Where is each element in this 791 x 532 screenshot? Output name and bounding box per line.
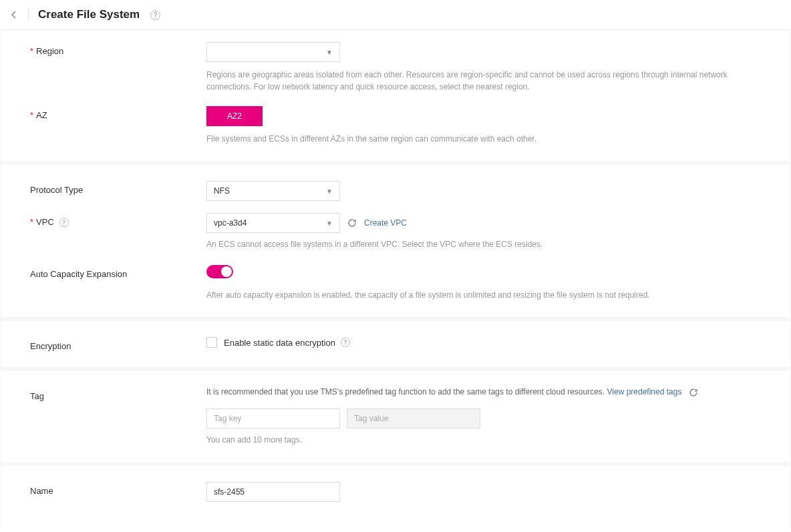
protocol-select[interactable]: NFS ▼: [206, 181, 340, 201]
region-select[interactable]: ▼: [206, 42, 340, 62]
auto-capacity-toggle[interactable]: [206, 265, 233, 278]
help-icon[interactable]: ?: [341, 338, 350, 347]
help-icon[interactable]: ?: [150, 10, 160, 20]
name-label: Name: [30, 482, 206, 496]
tag-key-input[interactable]: [206, 409, 340, 429]
refresh-icon[interactable]: [688, 387, 699, 398]
encryption-label: Encryption: [30, 337, 206, 351]
caret-down-icon: ▼: [326, 188, 333, 195]
vpc-help-text: An ECS cannot access file systems in a d…: [206, 238, 761, 250]
create-vpc-link[interactable]: Create VPC: [364, 218, 407, 228]
caret-down-icon: ▼: [326, 49, 333, 56]
az-help-text: File systems and ECSs in different AZs i…: [206, 133, 761, 145]
toggle-knob: [221, 266, 232, 277]
vpc-select[interactable]: vpc-a3d4 ▼: [206, 213, 340, 233]
caret-down-icon: ▼: [326, 220, 333, 227]
tag-remaining-text: You can add 10 more tags.: [206, 434, 761, 446]
region-label: *Region: [30, 42, 206, 56]
tag-help-text: It is recommended that you use TMS's pre…: [206, 387, 607, 396]
region-help-text: Regions are geographic areas isolated fr…: [206, 69, 761, 93]
vpc-label: *VPC ?: [30, 213, 206, 227]
view-predefined-tags-link[interactable]: View predefined tags: [607, 387, 682, 396]
page-title: Create File System: [38, 8, 140, 21]
help-icon[interactable]: ?: [59, 218, 69, 227]
auto-capacity-help-text: After auto capacity expansion is enabled…: [206, 289, 761, 301]
encryption-checkbox[interactable]: [206, 337, 217, 348]
az-option-az2[interactable]: AZ2: [206, 106, 263, 126]
tag-value-input: [347, 409, 480, 429]
encryption-checkbox-label: Enable static data encryption: [224, 338, 335, 348]
az-label: *AZ: [30, 106, 206, 120]
divider: [28, 9, 29, 21]
refresh-icon[interactable]: [347, 218, 357, 228]
auto-capacity-label: Auto Capacity Expansion: [30, 265, 206, 279]
tag-label: Tag: [30, 387, 206, 401]
back-button[interactable]: [9, 10, 19, 19]
protocol-label: Protocol Type: [30, 181, 206, 195]
name-input[interactable]: [206, 482, 340, 502]
